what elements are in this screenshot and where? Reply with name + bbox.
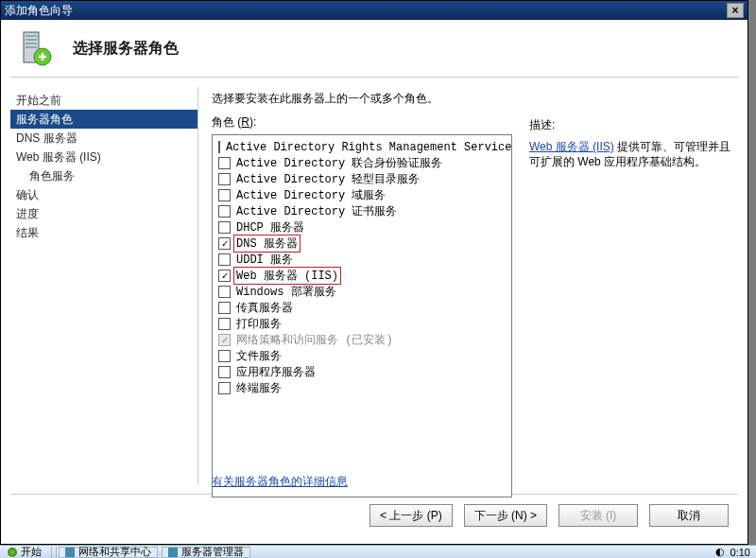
- role-label: Active Directory Rights Management Servi…: [226, 141, 512, 154]
- role-label: Active Directory 轻型目录服务: [236, 171, 420, 187]
- role-checkbox[interactable]: [218, 221, 231, 234]
- role-checkbox[interactable]: [218, 253, 231, 266]
- sidebar: 开始之前服务器角色DNS 服务器Web 服务器 (IIS)角色服务确认进度结果: [1, 78, 198, 494]
- taskbar-separator: [51, 547, 52, 558]
- taskbar-item-1[interactable]: 服务器管理器: [162, 547, 250, 558]
- sidebar-item-4[interactable]: 角色服务: [10, 166, 198, 185]
- wizard-body: 开始之前服务器角色DNS 服务器Web 服务器 (IIS)角色服务确认进度结果 …: [1, 78, 747, 494]
- more-info-link[interactable]: 有关服务器角色的详细信息: [212, 474, 348, 490]
- role-row-15[interactable]: 终端服务: [213, 380, 511, 396]
- role-checkbox[interactable]: [218, 286, 231, 298]
- role-row-11[interactable]: 打印服务: [213, 316, 511, 332]
- install-button: 安装 (I): [558, 504, 638, 527]
- role-label: 传真服务器: [236, 300, 293, 316]
- description-title: 描述:: [529, 117, 738, 133]
- task-buttons: 网络和共享中心服务器管理器: [59, 547, 250, 558]
- next-button[interactable]: 下一步 (N) >: [464, 504, 547, 527]
- role-row-8[interactable]: Web 服务器 (IIS): [213, 268, 511, 284]
- role-checkbox[interactable]: [218, 366, 231, 378]
- clock-text: 0:10: [730, 547, 750, 558]
- role-label: Active Directory 证书服务: [236, 203, 397, 219]
- role-label: UDDI 服务: [236, 252, 293, 268]
- taskbar-item-0[interactable]: 网络和共享中心: [59, 547, 158, 558]
- sidebar-item-5[interactable]: 确认: [10, 185, 198, 204]
- role-row-7[interactable]: UDDI 服务: [213, 252, 511, 268]
- taskbar-separator: [56, 547, 57, 558]
- close-button[interactable]: ×: [727, 3, 744, 18]
- role-checkbox[interactable]: [218, 302, 231, 314]
- back-button[interactable]: < 上一步 (P): [369, 504, 453, 527]
- role-label: 文件服务: [236, 348, 282, 364]
- tray-icon: ◐: [715, 546, 725, 558]
- role-row-14[interactable]: 应用程序服务器: [213, 364, 511, 380]
- role-label: 网络策略和访问服务 (已安装): [236, 332, 393, 348]
- page-title: 选择服务器角色: [73, 39, 179, 59]
- cancel-button[interactable]: 取消: [649, 504, 729, 527]
- svg-rect-3: [26, 43, 37, 44]
- role-label: 应用程序服务器: [236, 364, 316, 380]
- role-checkbox[interactable]: [218, 189, 231, 201]
- sidebar-item-3[interactable]: Web 服务器 (IIS): [10, 148, 198, 166]
- description-link[interactable]: Web 服务器 (IIS): [529, 140, 614, 153]
- role-label: DNS 服务器: [233, 235, 301, 253]
- start-button[interactable]: 开始: [0, 547, 49, 558]
- role-checkbox[interactable]: [218, 141, 220, 153]
- sidebar-item-0[interactable]: 开始之前: [10, 91, 198, 110]
- description-text: Web 服务器 (IIS) 提供可靠、可管理并且可扩展的 Web 应用程序基础结…: [529, 139, 738, 169]
- role-checkbox: [218, 334, 231, 346]
- server-wizard-icon: [14, 28, 54, 68]
- role-row-3[interactable]: Active Directory 域服务: [213, 187, 511, 203]
- description-panel: 描述: Web 服务器 (IIS) 提供可靠、可管理并且可扩展的 Web 应用程…: [529, 91, 738, 169]
- main-panel: 选择要安装在此服务器上的一个或多个角色。 角色 (R): Active Dire…: [198, 78, 747, 494]
- role-row-1[interactable]: Active Directory 联合身份验证服务: [213, 155, 511, 171]
- role-checkbox[interactable]: [218, 382, 231, 394]
- role-label: Windows 部署服务: [236, 284, 336, 300]
- role-checkbox[interactable]: [218, 270, 231, 282]
- role-row-13[interactable]: 文件服务: [213, 348, 511, 364]
- sidebar-item-1[interactable]: 服务器角色: [10, 110, 198, 129]
- task-icon: [168, 548, 178, 557]
- taskbar[interactable]: 开始 网络和共享中心服务器管理器 ◐ 0:10: [0, 545, 756, 558]
- role-row-10[interactable]: 传真服务器: [213, 300, 511, 316]
- roles-listbox[interactable]: Active Directory Rights Management Servi…: [212, 134, 512, 497]
- role-label: Active Directory 域服务: [236, 187, 386, 203]
- role-label: Web 服务器 (IIS): [233, 267, 341, 285]
- role-row-4[interactable]: Active Directory 证书服务: [213, 203, 511, 219]
- role-checkbox[interactable]: [218, 157, 231, 169]
- role-checkbox[interactable]: [218, 350, 231, 362]
- role-label: 打印服务: [236, 316, 282, 332]
- role-label: Active Directory 联合身份验证服务: [236, 155, 442, 171]
- role-label: 终端服务: [236, 380, 282, 396]
- role-row-0[interactable]: Active Directory Rights Management Servi…: [213, 139, 511, 155]
- role-row-5[interactable]: DHCP 服务器: [213, 219, 511, 235]
- role-row-2[interactable]: Active Directory 轻型目录服务: [213, 171, 511, 187]
- system-tray[interactable]: ◐ 0:10: [715, 546, 756, 558]
- svg-rect-2: [26, 39, 37, 41]
- wizard-window: 添加角色向导 × 选择服务器角色 开始之前服务器角色DNS 服务器Web 服务器…: [0, 0, 748, 545]
- role-row-12: 网络策略和访问服务 (已安装): [213, 332, 511, 348]
- window-title: 添加角色向导: [5, 3, 727, 19]
- titlebar[interactable]: 添加角色向导 ×: [1, 1, 747, 20]
- role-checkbox[interactable]: [218, 173, 231, 185]
- role-label: DHCP 服务器: [236, 219, 304, 235]
- sidebar-item-7[interactable]: 结果: [10, 223, 198, 242]
- role-checkbox[interactable]: [218, 237, 231, 250]
- sidebar-item-2[interactable]: DNS 服务器: [10, 129, 198, 148]
- role-checkbox[interactable]: [218, 205, 231, 218]
- role-row-6[interactable]: DNS 服务器: [213, 235, 511, 252]
- task-icon: [65, 548, 75, 557]
- role-checkbox[interactable]: [218, 318, 231, 330]
- svg-rect-4: [26, 46, 37, 48]
- svg-rect-1: [26, 35, 37, 37]
- start-orb-icon: [8, 548, 17, 557]
- role-row-9[interactable]: Windows 部署服务: [213, 284, 511, 300]
- sidebar-item-6[interactable]: 进度: [10, 204, 198, 223]
- wizard-footer: < 上一步 (P) 下一步 (N) > 安装 (I) 取消: [1, 495, 747, 536]
- wizard-header: 选择服务器角色: [1, 20, 747, 77]
